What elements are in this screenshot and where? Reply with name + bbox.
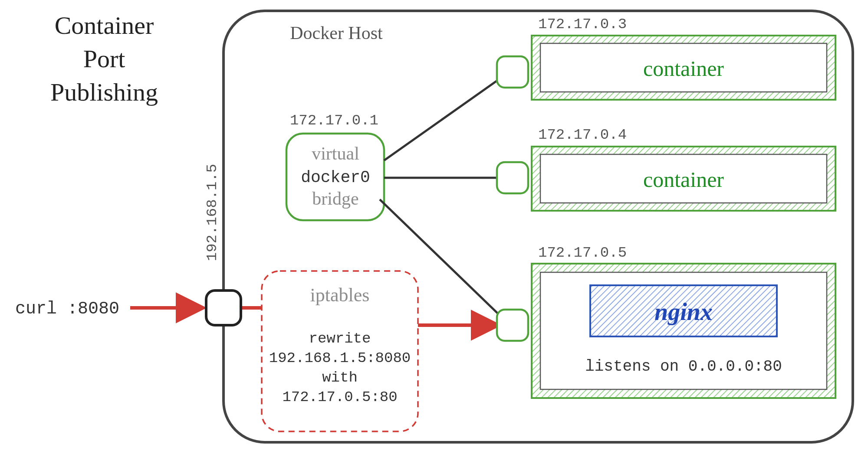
container-2: 172.17.0.4 container	[532, 127, 835, 211]
container-2-interface	[497, 162, 528, 193]
docker-host-label: Docker Host	[290, 23, 383, 43]
iptables-line1: rewrite	[309, 330, 371, 347]
bridge-ip: 172.17.0.1	[290, 112, 378, 129]
container-1: 172.17.0.3 container	[532, 16, 835, 100]
iptables-line3: with	[322, 369, 358, 386]
title-line3: Publishing	[50, 78, 158, 106]
container-3: 172.17.0.5 nginx listens on 0.0.0.0:80	[532, 245, 835, 398]
container-1-interface	[497, 56, 528, 88]
curl-label: curl :8080	[15, 299, 119, 319]
container-1-ip: 172.17.0.3	[538, 16, 627, 33]
nginx-label: nginx	[654, 298, 713, 325]
link-bridge-c1	[384, 72, 510, 160]
bridge-line1: virtual	[312, 144, 359, 163]
container-2-label: container	[643, 167, 724, 192]
title: Container Port Publishing	[50, 11, 158, 106]
title-line2: Port	[83, 45, 125, 73]
iptables-line2: 192.168.1.5:8080	[269, 350, 411, 366]
host-ip-label: 192.168.1.5	[204, 164, 220, 261]
iptables-title: iptables	[310, 284, 370, 306]
iptables-line4: 172.17.0.5:80	[282, 389, 397, 405]
bridge-box: 172.17.0.1 virtual docker0 bridge	[286, 112, 384, 220]
host-interface-node	[206, 291, 241, 325]
iptables-box: iptables rewrite 192.168.1.5:8080 with 1…	[262, 271, 418, 431]
container-1-label: container	[643, 56, 724, 81]
container-2-ip: 172.17.0.4	[538, 127, 627, 143]
nginx-listen: listens on 0.0.0.0:80	[585, 358, 782, 375]
bridge-line3: bridge	[312, 189, 358, 209]
container-3-interface	[497, 310, 528, 341]
container-3-ip: 172.17.0.5	[538, 245, 627, 261]
title-line1: Container	[55, 11, 154, 39]
diagram-canvas: Container Port Publishing Docker Host 19…	[0, 0, 868, 457]
bridge-line2: docker0	[301, 168, 370, 187]
